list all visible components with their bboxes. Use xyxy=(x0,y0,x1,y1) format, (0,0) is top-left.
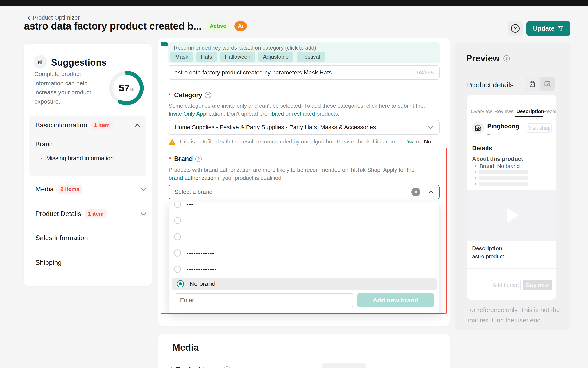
bullet-icon xyxy=(41,158,42,159)
category-helper-mid2: or xyxy=(284,110,292,117)
sidebar-section-sales[interactable]: Sales Information xyxy=(35,234,146,242)
chevron-down-icon xyxy=(428,126,433,129)
required-asterisk: * xyxy=(169,155,171,163)
restricted-link[interactable]: restricted xyxy=(292,110,315,117)
prohibited-link[interactable]: prohibited xyxy=(259,110,284,117)
sidebar-section-media-badge: 2 items xyxy=(58,185,82,194)
preview-brand-line: Brand: No brand xyxy=(479,163,520,169)
sidebar-basic-group-label[interactable]: Brand xyxy=(35,140,53,148)
section-accent-bar xyxy=(161,42,168,46)
keyword-chip[interactable]: Mask xyxy=(170,52,193,62)
storefront-icon xyxy=(475,125,481,131)
sidebar-section-media-title: Media xyxy=(35,185,54,193)
chevron-down-icon xyxy=(141,212,146,216)
keyword-chip[interactable]: Adjustable xyxy=(258,52,293,62)
new-brand-input[interactable] xyxy=(175,293,353,307)
keyword-chip[interactable]: Festival xyxy=(297,52,325,62)
ai-optimize-label: AI optimize xyxy=(334,367,363,368)
brand-select[interactable]: × xyxy=(169,185,440,199)
brand-select-input[interactable] xyxy=(169,189,411,195)
detail-view-button[interactable] xyxy=(540,77,555,91)
category-confirm-yes[interactable]: Yes xyxy=(407,140,413,144)
brand-option[interactable]: ----- xyxy=(169,229,439,245)
funnel-icon xyxy=(557,25,564,32)
keywords-panel: Recommended key words based on category … xyxy=(168,42,440,63)
shop-name: Pingboong xyxy=(487,123,519,130)
category-select[interactable]: Home Supplies - Festive & Party Supplies… xyxy=(169,120,440,135)
preview-panel: Preview ? Product details Overview Revi xyxy=(455,43,571,330)
brand-option[interactable]: --- xyxy=(169,202,439,212)
brand-helper-tail: if your product is qualified. xyxy=(216,175,283,181)
brand-dropdown: --- ---- ----- ------------ ------------… xyxy=(169,202,440,313)
brand-option[interactable]: ------------- xyxy=(169,261,439,277)
category-warning-text: This is autofilled with the result recom… xyxy=(179,138,404,145)
skeleton-line xyxy=(479,170,528,174)
shop-subtext: -- xyxy=(487,131,491,137)
update-button[interactable]: Update xyxy=(527,21,570,36)
preview-title: Preview xyxy=(466,53,500,64)
visit-shop-button[interactable]: Visit shop xyxy=(527,123,552,132)
add-to-cart-button[interactable]: Add to cart xyxy=(491,280,521,290)
brand-helper-line1: Products with brand authorization are mo… xyxy=(169,167,414,173)
invite-only-application-link[interactable]: Invite Only Application xyxy=(169,110,224,117)
tab-reviews[interactable]: Reviews xyxy=(494,109,514,114)
chevron-up-icon xyxy=(428,190,434,194)
add-new-brand-button[interactable]: Add new brand xyxy=(357,293,434,307)
page-title: astro data factory product created b... xyxy=(24,20,202,32)
sidebar-section-basic: Basic information 1 item Brand Missing b… xyxy=(29,116,146,176)
buy-now-button[interactable]: Buy now xyxy=(523,280,552,290)
brand-option-label: --- xyxy=(186,202,193,208)
required-asterisk: * xyxy=(170,366,173,368)
preview-description-text: astro product xyxy=(472,253,504,260)
bullet-icon xyxy=(475,177,476,179)
megaphone-icon xyxy=(34,55,47,69)
keywords-hint: Recommended key words based on category … xyxy=(174,45,318,51)
sidebar-basic-issue[interactable]: Missing brand information xyxy=(41,155,114,162)
cart-view-button[interactable] xyxy=(525,77,540,91)
sidebar-section-product-details-badge: 1 item xyxy=(85,209,107,218)
category-helper-mid1: . Don't upload xyxy=(224,110,259,117)
brand-option[interactable]: ---- xyxy=(169,212,439,229)
ai-optimize-button[interactable]: AI optimize xyxy=(322,363,366,368)
sidebar-section-product-details[interactable]: Product Details 1 item xyxy=(35,209,146,218)
tab-recommend[interactable]: Recommend xyxy=(543,109,556,114)
category-warning-or: or xyxy=(416,138,421,145)
category-label: Category xyxy=(174,91,202,99)
product-image-label: Product image xyxy=(176,366,221,368)
sidebar-section-basic-title: Basic information xyxy=(35,121,87,129)
buy-now-label: Buy now xyxy=(526,282,549,288)
status-badge: Active xyxy=(206,21,230,31)
brand-help-icon[interactable]: ? xyxy=(195,156,202,162)
preview-card: Overview Reviews Description Recommend P… xyxy=(467,95,556,300)
char-counter: 58/255 xyxy=(417,69,439,76)
details-title: Details xyxy=(472,145,492,152)
product-title-input[interactable] xyxy=(169,69,417,76)
keyword-chip[interactable]: Halloween xyxy=(220,52,255,62)
header-help-button[interactable]: ? xyxy=(508,21,523,36)
keyword-chip[interactable]: Hats xyxy=(196,52,217,62)
brand-option[interactable]: ------------ xyxy=(169,245,439,261)
category-helper-line1: Some categories are invite-only and can'… xyxy=(169,102,425,109)
sidebar-section-product-details-title: Product Details xyxy=(35,210,81,218)
category-helper-tail: products. xyxy=(315,110,339,117)
ai-badge: Ai xyxy=(234,21,247,31)
brand-option-label: No brand xyxy=(189,280,215,287)
product-image-help-icon[interactable]: ? xyxy=(224,366,230,368)
tab-description[interactable]: Description xyxy=(516,109,544,114)
video-placeholder[interactable] xyxy=(467,190,556,241)
clear-icon[interactable]: × xyxy=(411,188,420,196)
category-confirm-no[interactable]: No xyxy=(424,138,431,145)
preview-help-icon[interactable]: ? xyxy=(503,55,510,62)
radio-icon xyxy=(174,249,181,257)
sidebar-section-media[interactable]: Media 2 items xyxy=(35,185,146,194)
tab-overview[interactable]: Overview xyxy=(471,109,492,114)
shop-avatar xyxy=(472,122,484,134)
brand-authorization-link[interactable]: brand authorization xyxy=(169,175,216,181)
sidebar-section-shipping[interactable]: Shipping xyxy=(35,259,146,267)
brand-option-label: ------------- xyxy=(186,266,217,273)
footer-divider xyxy=(467,268,556,269)
progress-value: 57 xyxy=(119,82,130,94)
sidebar-section-basic-header[interactable]: Basic information 1 item xyxy=(35,121,140,130)
brand-option-selected[interactable]: No brand xyxy=(172,278,437,290)
category-help-icon[interactable]: ? xyxy=(205,92,211,98)
